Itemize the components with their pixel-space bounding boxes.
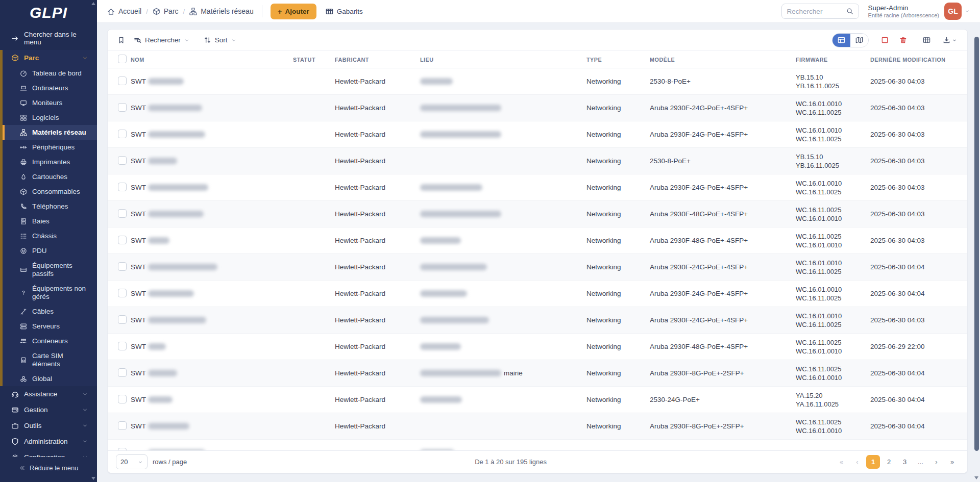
row-checkbox[interactable] xyxy=(118,156,127,165)
select-all-checkbox[interactable] xyxy=(118,55,127,63)
table-row[interactable]: SWT Hewlett-Packard Networking Aruba 293… xyxy=(108,440,967,450)
sidebar-item-assistance[interactable]: Assistance xyxy=(0,386,97,402)
cell-nom[interactable]: SWT xyxy=(131,263,293,271)
sidebar-subitem[interactable]: Moniteurs xyxy=(3,95,97,110)
row-checkbox[interactable] xyxy=(118,77,127,85)
sidebar-subitem[interactable]: Téléphones xyxy=(3,199,97,214)
page-button-1[interactable]: 1 xyxy=(866,455,880,469)
row-checkbox[interactable] xyxy=(118,130,127,138)
sidebar-item-configuration[interactable]: Configuration xyxy=(0,449,97,457)
breadcrumb-materiels-reseau[interactable]: Matériels réseau xyxy=(189,7,254,15)
previous-page-button[interactable]: ‹ xyxy=(850,455,864,469)
cell-nom[interactable]: SWT xyxy=(131,343,293,350)
sidebar-subitem[interactable]: Baies xyxy=(3,214,97,229)
row-checkbox[interactable] xyxy=(118,236,127,244)
columns-button[interactable] xyxy=(919,34,934,46)
table-row[interactable]: SWT Hewlett-Packard mairie Networking Ar… xyxy=(108,360,967,387)
table-row[interactable]: SWT Hewlett-Packard Networking Aruba 293… xyxy=(108,254,967,281)
sidebar-item-outils[interactable]: Outils xyxy=(0,418,97,434)
sort-button[interactable]: Sort xyxy=(199,33,241,47)
row-checkbox[interactable] xyxy=(118,262,127,271)
cell-nom[interactable]: SWT xyxy=(131,369,293,377)
cell-nom[interactable]: SWT xyxy=(131,316,293,324)
row-checkbox[interactable] xyxy=(118,368,127,377)
column-header-firmware[interactable]: FIRMWARE xyxy=(796,57,870,63)
table-row[interactable]: SWT Hewlett-Packard Networking Aruba 293… xyxy=(108,227,967,254)
export-button[interactable] xyxy=(943,36,957,44)
page-scroll-down-icon[interactable] xyxy=(974,476,978,479)
user-menu[interactable]: Super-Admin Entité racine (Arborescence)… xyxy=(868,3,970,20)
table-row[interactable]: SWT Hewlett-Packard Networking Aruba 293… xyxy=(108,95,967,121)
table-row[interactable]: SWT Hewlett-Packard Networking 2530-8-Po… xyxy=(108,68,967,95)
cell-nom[interactable]: SWT xyxy=(131,396,293,403)
sidebar-subitem[interactable]: Tableau de bord xyxy=(3,66,97,81)
cell-nom[interactable]: SWT xyxy=(131,157,293,165)
column-header-nom[interactable]: NOM xyxy=(131,57,293,63)
table-row[interactable]: SWT Hewlett-Packard Networking 2530-8-Po… xyxy=(108,148,967,174)
page-button-3[interactable]: 3 xyxy=(898,455,912,469)
first-page-button[interactable]: « xyxy=(835,455,848,469)
table-row[interactable]: SWT Hewlett-Packard Networking Aruba 293… xyxy=(108,413,967,440)
cell-nom[interactable]: SWT xyxy=(131,210,293,218)
collapse-menu-button[interactable]: Réduire le menu xyxy=(0,457,97,482)
add-button[interactable]: + Ajouter xyxy=(271,4,316,19)
sidebar-subitem[interactable]: Châssis xyxy=(3,229,97,243)
row-checkbox[interactable] xyxy=(118,289,127,297)
sidebar-item-gestion[interactable]: Gestion xyxy=(0,402,97,418)
next-page-button[interactable]: › xyxy=(929,455,943,469)
sidebar-subitem[interactable]: Périphériques xyxy=(3,140,97,155)
column-header-statut[interactable]: STATUT xyxy=(293,57,335,63)
sidebar-scroll-up-icon[interactable] xyxy=(91,2,95,5)
cell-nom[interactable]: SWT xyxy=(131,104,293,112)
column-header-fabricant[interactable]: FABRICANT xyxy=(335,57,420,63)
sidebar-menu-search[interactable]: Chercher dans le menu xyxy=(0,27,97,50)
row-checkbox[interactable] xyxy=(118,103,127,112)
table-row[interactable]: SWT Hewlett-Packard Networking Aruba 293… xyxy=(108,334,967,360)
sidebar-item-parc[interactable]: Parc xyxy=(3,50,97,66)
row-checkbox[interactable] xyxy=(118,209,127,218)
sidebar-subitem[interactable]: Équipements passifs xyxy=(3,258,97,281)
breadcrumb-accueil[interactable]: Accueil xyxy=(107,7,141,15)
row-checkbox[interactable] xyxy=(118,342,127,350)
page-button-2[interactable]: 2 xyxy=(882,455,896,469)
sidebar-subitem[interactable]: Consommables xyxy=(3,184,97,199)
cell-nom[interactable]: SWT xyxy=(131,237,293,244)
filter-button[interactable]: Rechercher xyxy=(129,33,194,47)
table-row[interactable]: SWT Hewlett-Packard Networking Aruba 293… xyxy=(108,174,967,201)
delete-button[interactable] xyxy=(896,34,911,46)
column-header-modele[interactable]: MODÈLE xyxy=(650,57,796,63)
table-row[interactable]: SWT Hewlett-Packard Networking Aruba 293… xyxy=(108,307,967,334)
sidebar-subitem[interactable]: Global xyxy=(3,371,97,386)
table-row[interactable]: SWT Hewlett-Packard Networking Aruba 293… xyxy=(108,281,967,307)
table-view-button[interactable] xyxy=(832,34,850,47)
templates-button[interactable]: Gabarits xyxy=(326,8,363,15)
column-header-derniere-modification[interactable]: DERNIÈRE MODIFICATION xyxy=(870,57,967,63)
sidebar-scroll-down-icon[interactable] xyxy=(91,477,95,480)
cell-nom[interactable]: SWT xyxy=(131,184,293,191)
table-row[interactable]: SWT Hewlett-Packard Networking Aruba 293… xyxy=(108,121,967,148)
map-view-button[interactable] xyxy=(850,34,868,47)
page-size-select[interactable]: 20 xyxy=(116,454,148,469)
last-page-button[interactable]: » xyxy=(945,455,959,469)
row-checkbox[interactable] xyxy=(118,395,127,403)
table-row[interactable]: SWT Hewlett-Packard Networking 2530-24G-… xyxy=(108,387,967,413)
select-all-button[interactable] xyxy=(877,34,892,46)
sidebar-subitem[interactable]: Cartouches xyxy=(3,169,97,184)
bookmark-button[interactable] xyxy=(114,34,129,46)
sidebar-item-administration[interactable]: Administration xyxy=(0,434,97,449)
row-checkbox[interactable] xyxy=(118,315,127,324)
sidebar-subitem[interactable]: Équipements non gérés xyxy=(3,281,97,304)
cell-nom[interactable]: SWT xyxy=(131,290,293,297)
row-checkbox[interactable] xyxy=(118,421,127,430)
breadcrumb-parc[interactable]: Parc xyxy=(153,7,179,15)
sidebar-subitem[interactable]: Câbles xyxy=(3,304,97,319)
sidebar-subitem[interactable]: Matériels réseau xyxy=(3,125,97,140)
column-header-lieu[interactable]: LIEU xyxy=(420,57,586,63)
cell-nom[interactable]: SWT xyxy=(131,422,293,430)
sidebar-subitem[interactable]: PDU xyxy=(3,243,97,258)
global-search-input[interactable]: Rechercher xyxy=(781,4,859,19)
table-row[interactable]: SWT Hewlett-Packard Networking Aruba 293… xyxy=(108,201,967,227)
column-header-type[interactable]: TYPE xyxy=(586,57,650,63)
sidebar-subitem[interactable]: Conteneurs xyxy=(3,334,97,348)
sidebar-subitem[interactable]: Ordinateurs xyxy=(3,81,97,95)
